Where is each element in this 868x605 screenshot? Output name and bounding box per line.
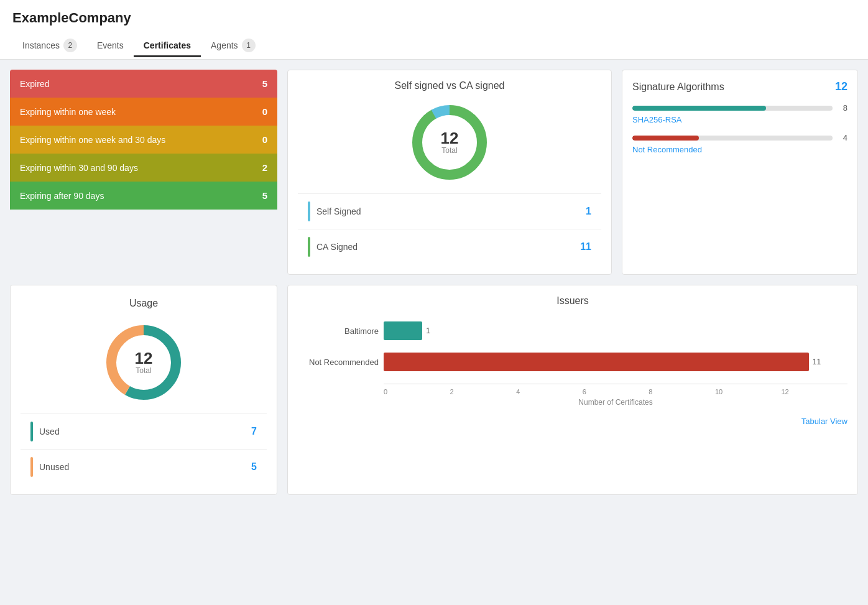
usage-panel: Usage 12 Total	[10, 285, 277, 495]
expiry-count-0: 5	[262, 78, 267, 89]
used-label: Used	[39, 427, 60, 436]
issuers-chart: Baltimore 1 Not Recommended 11	[298, 316, 847, 412]
app-title: ExampleCompany	[12, 10, 856, 26]
usage-legend-item-used[interactable]: Used 7	[21, 414, 267, 450]
expiry-count-4: 5	[262, 190, 267, 201]
expiry-item-4[interactable]: Expiring after 90 days5	[10, 182, 277, 210]
ca-signed-label: CA Signed	[316, 242, 358, 252]
self-signed-title: Self signed vs CA signed	[298, 80, 601, 91]
expiry-label-2: Expiring within one week and 30 days	[20, 135, 165, 145]
self-signed-donut: 12 Total	[298, 99, 601, 186]
issuer-bar-baltimore: Baltimore 1	[298, 321, 847, 340]
tab-label-instances: Instances	[22, 40, 60, 50]
sig-item-sha256: 8 SHA256-RSA	[632, 103, 847, 124]
tab-label-agents: Agents	[211, 40, 238, 50]
self-signed-total-label: Total	[441, 146, 459, 155]
expiry-count-1: 0	[262, 106, 267, 117]
expiry-item-2[interactable]: Expiring within one week and 30 days0	[10, 126, 277, 154]
self-signed-legend: Self Signed 1 CA Signed 11	[298, 193, 601, 264]
expiry-item-3[interactable]: Expiring within 30 and 90 days2	[10, 154, 277, 182]
usage-title: Usage	[21, 298, 267, 309]
self-signed-value-0: 1	[586, 206, 591, 217]
tab-bar: Instances2EventsCertificatesAgents1	[12, 34, 856, 59]
top-row: Expired5Expiring within one week0Expirin…	[10, 70, 858, 275]
self-signed-total: 12	[441, 130, 459, 146]
sig-name-sha256[interactable]: SHA256-RSA	[632, 115, 847, 124]
bottom-row: Usage 12 Total	[10, 285, 858, 495]
expiry-item-1[interactable]: Expiring within one week0	[10, 98, 277, 126]
issuer-value-baltimore: 1	[426, 326, 430, 335]
issuer-label-baltimore: Baltimore	[298, 326, 379, 336]
tab-badge-agents: 1	[242, 39, 256, 52]
expiry-label-1: Expiring within one week	[20, 107, 116, 117]
tab-events[interactable]: Events	[87, 35, 134, 57]
sig-item-not-recommended: 4 Not Recommended	[632, 133, 847, 154]
tabular-view-link[interactable]: Tabular View	[298, 412, 847, 426]
tab-agents[interactable]: Agents1	[201, 34, 265, 59]
issuers-panel: Issuers Baltimore 1 Not Recommended	[287, 285, 858, 495]
usage-donut: 12 Total	[21, 319, 267, 406]
sig-algorithms-total: 12	[835, 80, 847, 93]
tab-label-certificates: Certificates	[144, 40, 191, 50]
issuer-value-not-recommended: 11	[813, 358, 821, 366]
sig-name-not-recommended[interactable]: Not Recommended	[632, 145, 847, 154]
issuer-label-not-recommended: Not Recommended	[298, 358, 379, 367]
usage-legend: Used 7 Unused 5	[21, 413, 267, 484]
tab-certificates[interactable]: Certificates	[134, 35, 201, 57]
used-value: 7	[251, 426, 257, 437]
unused-label: Unused	[39, 462, 69, 472]
expiry-item-0[interactable]: Expired5	[10, 70, 277, 98]
usage-total: 12	[135, 350, 153, 366]
unused-value: 5	[251, 461, 257, 473]
expiry-count-3: 2	[262, 162, 267, 173]
ca-signed-value: 11	[580, 241, 591, 252]
sig-algorithms-title: Signature Algorithms	[632, 81, 724, 93]
usage-legend-item-unused[interactable]: Unused 5	[21, 450, 267, 484]
tab-badge-instances: 2	[63, 39, 77, 52]
self-signed-label-0: Self Signed	[316, 206, 361, 216]
x-axis: 0 2 4 6 8 10 12	[384, 384, 847, 395]
expiry-panel: Expired5Expiring within one week0Expirin…	[10, 70, 277, 275]
x-axis-label: Number of Certificates	[384, 398, 847, 407]
tab-label-events: Events	[97, 40, 124, 50]
main-content: Expired5Expiring within one week0Expirin…	[0, 60, 868, 505]
self-signed-legend-item-0[interactable]: Self Signed 1	[298, 194, 601, 229]
sig-algorithms-panel: Signature Algorithms 12 8 SHA256-RSA 4	[622, 70, 858, 275]
expiry-label-4: Expiring after 90 days	[20, 191, 104, 201]
tab-instances[interactable]: Instances2	[12, 34, 87, 59]
issuer-bar-not-recommended: Not Recommended 11	[298, 353, 847, 371]
expiry-label-3: Expiring within 30 and 90 days	[20, 163, 138, 173]
expiry-label-0: Expired	[20, 79, 49, 89]
self-signed-panel: Self signed vs CA signed 12 Total	[287, 70, 612, 275]
issuers-title: Issuers	[298, 295, 847, 307]
self-signed-legend-item-1[interactable]: CA Signed 11	[298, 229, 601, 264]
usage-total-label: Total	[135, 366, 153, 375]
expiry-count-2: 0	[262, 134, 267, 145]
